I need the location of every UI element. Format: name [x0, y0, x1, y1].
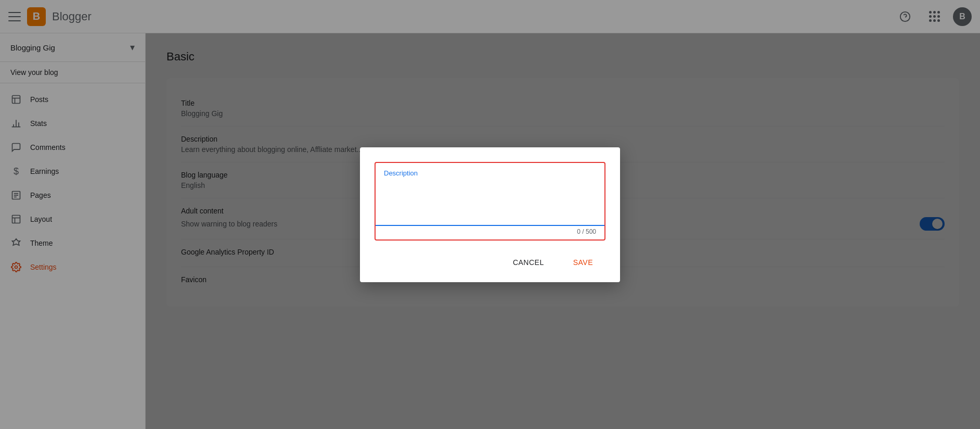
field-underline	[376, 225, 604, 226]
modal-overlay[interactable]: Description 0 / 500 CANCEL SAVE	[0, 0, 980, 429]
dialog-actions: CANCEL SAVE	[375, 253, 605, 272]
description-input[interactable]	[384, 179, 596, 221]
dialog-field-label: Description	[384, 169, 596, 177]
cancel-button[interactable]: CANCEL	[500, 253, 557, 272]
save-button[interactable]: SAVE	[561, 253, 605, 272]
char-counter: 0 / 500	[384, 228, 596, 235]
dialog-field: Description 0 / 500	[375, 162, 605, 241]
description-dialog: Description 0 / 500 CANCEL SAVE	[360, 147, 620, 282]
